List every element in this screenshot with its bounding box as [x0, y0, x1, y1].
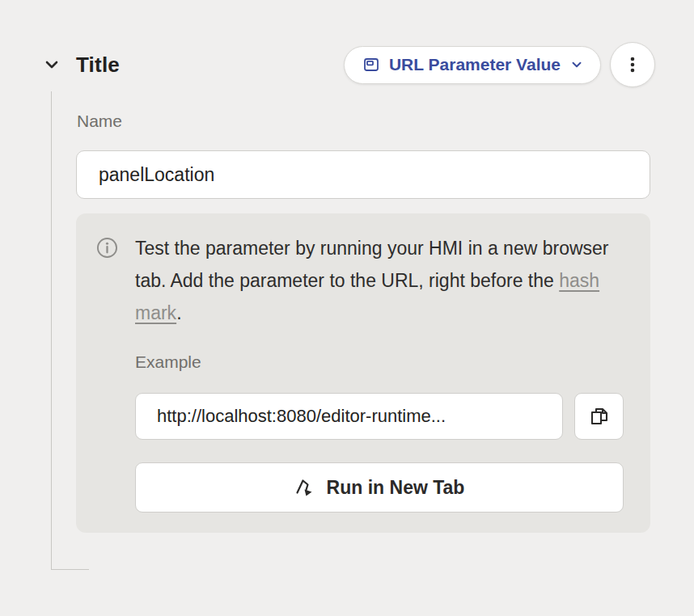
run-icon	[294, 477, 316, 499]
info-message-period: .	[176, 302, 181, 323]
run-button-label: Run in New Tab	[327, 477, 465, 499]
info-panel: Test the parameter by running your HMI i…	[76, 213, 650, 533]
kebab-icon	[622, 54, 643, 75]
section-title: Title	[76, 53, 120, 78]
parameter-panel: Title URL Parameter Value	[0, 0, 694, 616]
run-in-new-tab-button[interactable]: Run in New Tab	[135, 462, 624, 513]
type-selector-button[interactable]: URL Parameter Value	[344, 46, 601, 84]
browser-window-icon	[362, 56, 380, 74]
name-label: Name	[77, 112, 122, 131]
info-message: Test the parameter by running your HMI i…	[135, 232, 630, 329]
example-label: Example	[135, 352, 201, 372]
more-menu-button[interactable]	[610, 42, 655, 87]
chevron-down-icon	[569, 57, 584, 72]
section-header: Title URL Parameter Value	[40, 42, 655, 87]
header-actions: URL Parameter Value	[344, 42, 655, 87]
section-title-group: Title	[40, 53, 120, 78]
example-url-input[interactable]	[135, 393, 563, 440]
copy-button[interactable]	[574, 393, 624, 440]
type-selector-label: URL Parameter Value	[389, 55, 561, 74]
info-message-text: Test the parameter by running your HMI i…	[135, 238, 609, 291]
copy-icon	[588, 405, 611, 428]
collapse-chevron-icon[interactable]	[40, 53, 63, 76]
info-icon	[96, 237, 118, 259]
name-input[interactable]	[76, 150, 650, 199]
